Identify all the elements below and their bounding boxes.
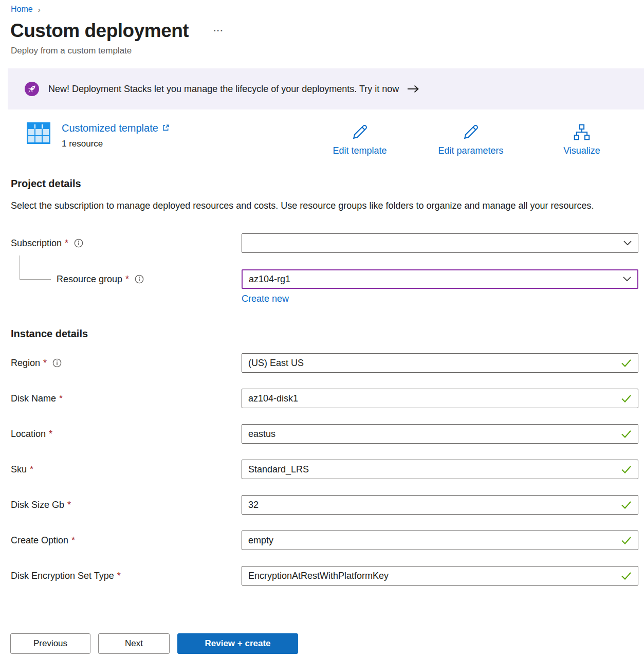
create-option-value: empty (248, 535, 273, 546)
resource-group-label: Resource group (57, 274, 122, 285)
disk-size-value: 32 (248, 500, 259, 510)
region-label: Region (11, 358, 40, 369)
pencil-icon (350, 122, 370, 144)
disk-size-label: Disk Size Gb (11, 500, 64, 510)
visualize-icon (572, 122, 592, 144)
location-input[interactable]: eastus (242, 424, 638, 444)
external-link-icon (162, 122, 170, 134)
resource-count: 1 resource (62, 139, 170, 149)
project-details-heading: Project details (11, 178, 644, 190)
subscription-dropdown[interactable] (242, 233, 638, 253)
valid-check-icon (621, 430, 632, 438)
sku-value: Standard_LRS (248, 464, 309, 475)
visualize-label: Visualize (563, 145, 600, 156)
page-subtitle: Deploy from a custom template (0, 42, 644, 56)
deployment-stacks-banner: New! Deployment Stacks let you manage th… (8, 68, 644, 109)
location-value: eastus (248, 429, 275, 440)
region-input[interactable]: (US) East US (242, 353, 638, 373)
breadcrumb-separator: › (38, 5, 41, 14)
arrow-right-icon[interactable] (407, 85, 419, 93)
next-button[interactable]: Next (98, 633, 170, 654)
disk-name-row: Disk Name * az104-disk1 (11, 389, 638, 408)
breadcrumb-home-link[interactable]: Home (11, 5, 33, 14)
footer-action-bar: Previous Next Review + create (0, 619, 644, 658)
required-marker: * (125, 274, 129, 285)
disk-encryption-set-type-label: Disk Encryption Set Type (11, 571, 114, 581)
required-marker: * (65, 238, 68, 249)
page-header: Custom deployment ··· (0, 14, 644, 42)
location-row: Location * eastus (11, 424, 638, 444)
chevron-down-icon (623, 241, 632, 246)
disk-size-input[interactable]: 32 (242, 495, 638, 515)
required-marker: * (71, 535, 75, 546)
template-actions: Edit template Edit parameters Visualiz (304, 122, 637, 156)
required-marker: * (117, 571, 121, 581)
instance-details-form: Region * (US) East US Disk Name * (11, 353, 644, 586)
rocket-icon (25, 82, 39, 96)
create-option-input[interactable]: empty (242, 531, 638, 550)
template-link-label: Customized template (62, 122, 158, 134)
instance-details-heading: Instance details (11, 328, 644, 340)
resource-group-value: az104-rg1 (249, 274, 290, 285)
resource-group-dropdown[interactable]: az104-rg1 (242, 269, 638, 289)
previous-button[interactable]: Previous (10, 633, 90, 654)
valid-check-icon (621, 359, 632, 367)
customized-template-link[interactable]: Customized template (62, 122, 170, 134)
info-icon[interactable] (74, 239, 83, 248)
disk-name-label: Disk Name (11, 393, 56, 404)
create-option-row: Create Option * empty (11, 531, 638, 550)
info-icon[interactable] (135, 275, 144, 284)
project-details-description: Select the subscription to manage deploy… (11, 198, 607, 214)
sku-row: Sku * Standard_LRS (11, 460, 638, 479)
required-marker: * (30, 464, 33, 475)
location-label: Location (11, 429, 46, 440)
template-info: Customized template 1 resource (62, 122, 170, 149)
review-create-button[interactable]: Review + create (177, 633, 298, 654)
tree-connector (20, 255, 51, 280)
valid-check-icon (621, 501, 632, 509)
visualize-button[interactable]: Visualize (526, 122, 637, 156)
page-title: Custom deployment (10, 20, 189, 42)
disk-name-input[interactable]: az104-disk1 (242, 389, 638, 408)
resource-group-row: Resource group * az104-rg1 (11, 269, 638, 289)
required-marker: * (59, 393, 63, 404)
edit-parameters-button[interactable]: Edit parameters (415, 122, 526, 156)
disk-size-row: Disk Size Gb * 32 (11, 495, 638, 515)
edit-template-label: Edit template (333, 145, 387, 156)
valid-check-icon (621, 536, 632, 544)
chevron-down-icon (623, 277, 631, 282)
sku-input[interactable]: Standard_LRS (242, 460, 638, 479)
disk-encryption-set-type-value: EncryptionAtRestWithPlatformKey (248, 571, 389, 581)
banner-text: New! Deployment Stacks let you manage th… (48, 84, 399, 95)
template-icon (27, 122, 50, 144)
project-details-form: Subscription * Resource group * (11, 233, 644, 304)
region-row: Region * (US) East US (11, 353, 638, 373)
region-value: (US) East US (248, 358, 304, 369)
template-summary: Customized template 1 resource Edit temp… (27, 122, 637, 156)
create-option-label: Create Option (11, 535, 68, 546)
valid-check-icon (621, 394, 632, 403)
subscription-label: Subscription (11, 238, 62, 249)
sku-label: Sku (11, 464, 27, 475)
more-options-button[interactable]: ··· (213, 26, 224, 36)
disk-encryption-set-type-row: Disk Encryption Set Type * EncryptionAtR… (11, 566, 638, 586)
required-marker: * (43, 358, 47, 369)
pencil-icon (461, 122, 481, 144)
breadcrumb: Home › (0, 0, 644, 14)
valid-check-icon (621, 572, 632, 580)
valid-check-icon (621, 465, 632, 473)
required-marker: * (67, 500, 71, 510)
subscription-row: Subscription * (11, 233, 638, 253)
create-new-link[interactable]: Create new (242, 294, 289, 304)
disk-encryption-set-type-input[interactable]: EncryptionAtRestWithPlatformKey (242, 566, 638, 586)
required-marker: * (49, 429, 52, 440)
edit-parameters-label: Edit parameters (438, 145, 503, 156)
disk-name-value: az104-disk1 (248, 393, 298, 404)
info-icon[interactable] (52, 358, 62, 368)
edit-template-button[interactable]: Edit template (304, 122, 415, 156)
